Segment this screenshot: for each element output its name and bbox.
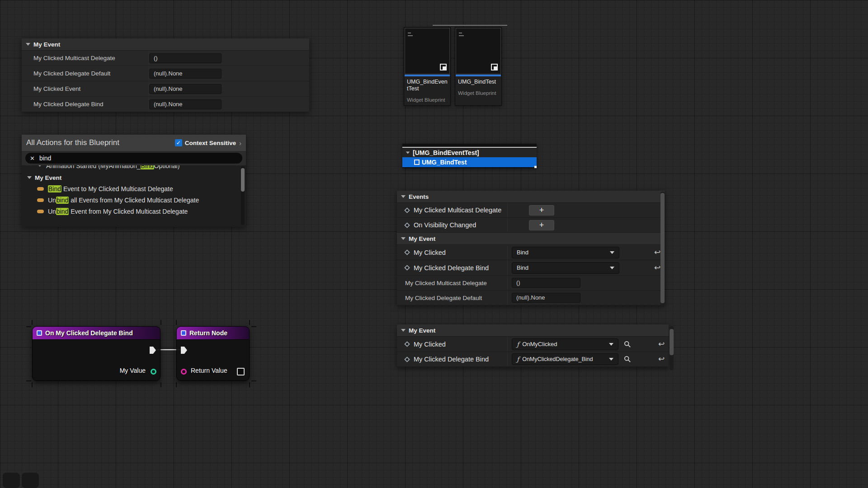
exec-input-pin[interactable] [181,347,187,354]
asset-name: UMG_BindTest [458,79,499,85]
widget-blueprint-icon [491,64,498,70]
node-header[interactable]: Return Node [177,327,249,340]
clipped-action-item[interactable]: Animation Started (MyAnimation_BindOptio… [22,165,246,172]
dropdown-value: Bind [517,249,528,256]
property-value-field[interactable]: (null).None [149,84,222,94]
details-scrollbar[interactable] [660,192,665,307]
property-value-field[interactable]: () [149,53,222,63]
property-row: My Clicked Delegate Default (null).None [22,66,309,81]
my-value-output-pin[interactable] [151,369,156,375]
reset-to-default-icon[interactable]: ↩ [658,340,665,348]
actions-category-label: My Event [35,174,61,181]
asset-card-umg-bindtest[interactable]: UMG_BindTest Widget Blueprint [455,27,502,106]
property-label: My Clicked Multicast Delegate [405,280,487,286]
property-value-field[interactable]: (null).None [512,293,580,303]
details-scrollbar[interactable] [670,326,674,370]
property-value-field[interactable]: () [512,278,580,288]
asset-info: UMG_BindEventTest Widget Blueprint [404,76,450,105]
hierarchy-selected-row[interactable]: UMG_BindTest [402,157,537,168]
add-event-button[interactable]: + [529,205,554,216]
node-header[interactable]: On My Clicked Delegate Bind [33,327,160,340]
clear-search-icon[interactable]: ✕ [30,155,35,162]
collapse-arrow-icon [406,151,410,154]
bind-row: My Clicked Bind ↩ [397,245,665,260]
grid-tick [251,326,256,327]
chevron-down-icon [610,251,614,254]
grid-tick [160,382,161,387]
reset-to-default-icon[interactable]: ↩ [658,355,665,363]
property-row: My Clicked Delegate Default (null).None [397,291,665,305]
node-body: My Value [33,340,160,381]
actions-category-my-event[interactable]: My Event [22,172,246,183]
function-icon: ƒ [517,341,519,348]
function-result-node-icon [181,330,186,336]
delegate-icon [37,210,44,213]
action-item-bind-event[interactable]: Bind Event to My Clicked Multicast Deleg… [22,183,246,194]
category-label: My Event [33,41,60,48]
action-text: Un [48,197,56,204]
clipped-ui-fragment [3,473,20,488]
property-row: My Clicked Multicast Delegate () [397,276,665,291]
category-header-my-event[interactable]: My Event [22,38,309,51]
check-icon: ✓ [176,140,181,146]
hierarchy-selected-label: UMG_BindTest [422,159,467,166]
details-panel-top: My Event My Clicked Multicast Delegate (… [22,38,309,112]
hierarchy-root-label: [UMG_BindEventTest] [413,149,479,156]
actions-result-list: Animation Started (MyAnimation_BindOptio… [22,165,246,227]
reset-to-default-icon[interactable]: ↩ [654,264,660,272]
grid-tick [160,320,161,325]
category-header-events[interactable]: Events [397,191,665,203]
bind-dropdown[interactable]: Bind [512,262,619,274]
action-text-highlight: Bind [48,185,61,192]
browse-to-function-icon[interactable] [624,356,631,365]
chevron-down-icon [609,358,613,361]
scrollbar-thumb[interactable] [241,168,245,192]
asset-name: UMG_BindEventTest [407,79,448,92]
collapse-arrow-icon [401,329,406,332]
bound-function-row: My Clicked Delegate Bind ƒ OnMyClickedDe… [397,352,669,367]
add-event-button[interactable]: + [529,220,554,230]
action-text: Optional) [154,165,180,169]
category-label: My Event [409,327,435,334]
search-input[interactable]: ✕ bind [25,153,242,164]
grid-tick [249,382,250,387]
category-header-my-event[interactable]: My Event [397,324,669,337]
action-item-unbind-event[interactable]: Unbind Event from My Clicked Multicast D… [22,206,246,217]
context-sensitive-checkbox[interactable]: ✓ [175,139,182,146]
return-value-input-pin[interactable] [181,369,187,375]
asset-thumbnail [456,28,501,74]
search-query-text: bind [39,155,51,162]
reset-to-default-icon[interactable]: ↩ [654,249,660,256]
bind-dropdown[interactable]: Bind [512,247,619,258]
property-value-field[interactable]: (null).None [149,69,222,79]
exec-output-pin[interactable] [150,347,156,354]
node-on-my-clicked-delegate-bind[interactable]: On My Clicked Delegate Bind My Value [32,326,160,381]
delegate-icon [37,187,44,191]
hierarchy-clipped-row [402,144,537,148]
chevron-down-icon [609,343,613,346]
action-item-unbind-all[interactable]: Unbind all Events from My Clicked Multic… [22,194,246,206]
bound-function-dropdown[interactable]: ƒ OnMyClickedDelegate_Bind [512,353,618,365]
scrollbar-thumb[interactable] [660,193,665,303]
grid-tick [176,382,177,387]
return-value-checkbox[interactable] [237,368,245,375]
scrollbar-thumb[interactable] [670,329,674,355]
input-pin-label: Return Value [191,367,227,374]
grid-tick [26,326,31,327]
asset-card-umg-bindeventtest[interactable]: UMG_BindEventTest Widget Blueprint [404,27,451,106]
expand-options-icon[interactable]: › [239,139,241,147]
event-row: My Clicked Multicast Delegate + [397,203,665,218]
content-browser-divider [433,25,507,26]
dropdown-value: Bind [517,264,528,271]
hierarchy-root-row[interactable]: [UMG_BindEventTest] [402,148,537,157]
node-return-node[interactable]: Return Node Return Value [176,326,250,381]
node-title: On My Clicked Delegate Bind [45,329,133,337]
bind-label: My Clicked Delegate Bind [414,356,489,363]
output-pin-label: My Value [120,367,146,374]
browse-to-function-icon[interactable] [624,341,631,350]
property-value-field[interactable]: (null).None [149,99,222,109]
asset-info: UMG_BindTest Widget Blueprint [455,76,501,105]
bound-function-dropdown[interactable]: ƒ OnMyClicked [512,338,618,350]
actions-scrollbar[interactable] [241,166,245,225]
category-header-my-event[interactable]: My Event [397,233,665,245]
